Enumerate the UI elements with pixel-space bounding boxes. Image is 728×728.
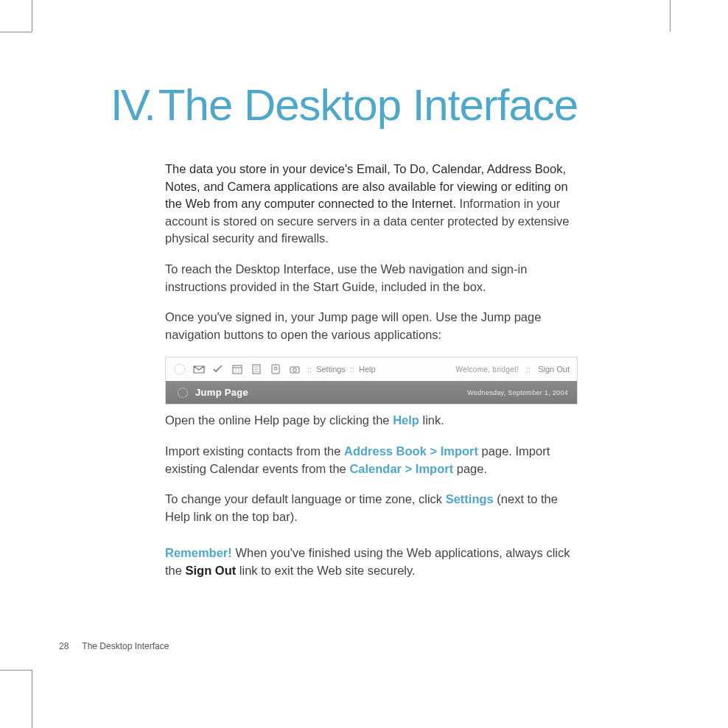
camera-icon[interactable] <box>287 361 303 377</box>
chapter-title-text: The Desktop Interface <box>158 80 578 130</box>
paragraph-reach: To reach the Desktop Interface, use the … <box>165 261 579 295</box>
jump-page-label-group: Jump Page <box>178 387 248 398</box>
settings-link[interactable]: Settings <box>316 365 346 374</box>
separator-icon: :: <box>350 365 354 374</box>
text-run: link to exit the Web site securely. <box>236 564 415 577</box>
paragraph-intro: The data you store in your device's Emai… <box>165 161 579 248</box>
jump-page-toolbar: :: Settings :: Help Welcome, bridget! ::… <box>165 357 578 405</box>
chapter-number: IV. <box>111 80 154 130</box>
separator-icon: :: <box>526 365 531 374</box>
sign-out-link[interactable]: Sign Out <box>538 365 570 374</box>
address-book-icon[interactable] <box>267 361 284 377</box>
crop-mark <box>32 670 32 728</box>
toolbar-top-row: :: Settings :: Help Welcome, bridget! ::… <box>166 357 577 381</box>
calendar-icon[interactable] <box>229 361 245 377</box>
svg-rect-9 <box>272 365 279 374</box>
todo-icon[interactable] <box>210 361 226 377</box>
paragraph-remember: Remember! When you've finished using the… <box>165 545 579 579</box>
paragraph-import: Import existing contacts from the Addres… <box>165 443 579 477</box>
svg-point-12 <box>293 368 297 372</box>
toolbar-icon-group: :: Settings :: Help <box>172 361 376 377</box>
paragraph-help: Open the online Help page by clicking th… <box>165 412 579 430</box>
crop-mark <box>32 0 32 32</box>
crop-mark <box>0 32 32 32</box>
mail-icon[interactable] <box>191 361 207 377</box>
remember-label: Remember! <box>165 546 232 559</box>
text-run: link. <box>419 413 444 427</box>
toolbar-bottom-row: Jump Page Wednesday, September 1, 2004 <box>166 381 577 404</box>
page-number: 28 <box>59 641 69 651</box>
paragraph-settings: To change your default language or time … <box>165 491 579 525</box>
welcome-text: Welcome, bridget! <box>456 365 519 374</box>
text-run: Import existing contacts from the <box>165 444 344 458</box>
help-link[interactable]: Help <box>359 365 376 374</box>
calendar-import-link: Calendar > Import <box>349 462 453 475</box>
footer-section-title: The Desktop Interface <box>82 641 169 651</box>
jump-circle-icon[interactable] <box>172 361 188 377</box>
body-text: The data you store in your device's Emai… <box>165 161 579 580</box>
page-content: IV.The Desktop Interface The data you st… <box>111 81 641 593</box>
jump-page-title: Jump Page <box>195 387 248 398</box>
paragraph-signed-in: Once you've signed in, your Jump page wi… <box>165 309 579 343</box>
svg-rect-1 <box>233 365 242 374</box>
toolbar-right-group: Welcome, bridget! :: Sign Out <box>456 365 570 374</box>
text-run: To change your default language or time … <box>165 492 446 505</box>
jump-page-icon <box>178 388 188 398</box>
page-footer: 28 The Desktop Interface <box>59 641 169 651</box>
svg-point-0 <box>175 364 185 374</box>
help-inline-link: Help <box>393 413 419 427</box>
settings-inline-link: Settings <box>446 492 494 505</box>
crop-mark <box>0 670 32 671</box>
address-book-import-link: Address Book > Import <box>344 444 478 458</box>
text-run: page. <box>453 462 487 475</box>
jump-page-date: Wednesday, September 1, 2004 <box>467 389 568 396</box>
crop-mark <box>670 0 671 32</box>
chapter-title: IV.The Desktop Interface <box>111 81 641 130</box>
sign-out-bold: Sign Out <box>186 564 237 577</box>
separator-icon: :: <box>307 365 312 374</box>
notes-icon[interactable] <box>248 361 265 377</box>
text-run: Open the online Help page by clicking th… <box>165 413 393 427</box>
svg-point-10 <box>274 367 277 370</box>
